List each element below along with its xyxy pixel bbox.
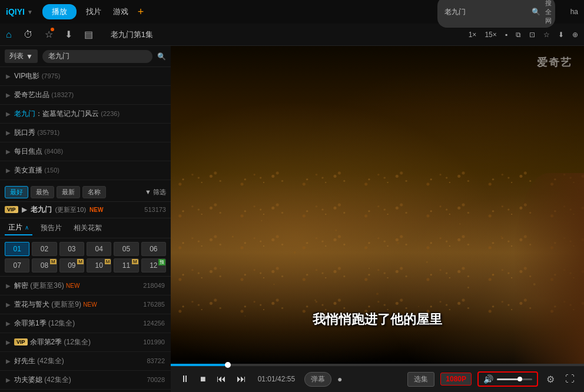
- item-name: 脱口秀 (35791): [14, 128, 165, 138]
- more-items-list: ▶ 解密 (更新至36) NEW 218049 ▶ 萱花与誓犬 (更新至9) N…: [0, 277, 171, 393]
- main-layout: 列表 ▼ 🔍 ▶ VIP电影 (7975) ▶ 爱奇艺出品 (18327) ▶ …: [0, 46, 584, 392]
- list-item-yuzui1[interactable]: ▶ 余罪第1季 (12集全) 124256: [0, 314, 171, 333]
- episode-7[interactable]: 07: [5, 258, 29, 273]
- sort-asc-icon[interactable]: ∧: [25, 224, 29, 231]
- svg-point-13: [467, 287, 469, 288]
- filter-best-button[interactable]: 最好: [5, 186, 28, 198]
- episode-9[interactable]: 09M: [59, 258, 84, 273]
- episode-12[interactable]: 12预: [141, 258, 166, 273]
- svg-point-9: [274, 284, 275, 285]
- progress-bar[interactable]: [171, 364, 584, 366]
- list-button[interactable]: 列表 ▼: [5, 49, 38, 63]
- m-badge: M: [77, 259, 84, 264]
- tab-related[interactable]: 相关花絮: [70, 221, 105, 235]
- nav-game-button[interactable]: 游戏: [113, 6, 128, 17]
- history-icon[interactable]: ⏱: [24, 29, 33, 40]
- episode-1[interactable]: 01: [5, 242, 29, 256]
- screen-mode-icon[interactable]: ▪: [505, 31, 507, 39]
- quality-button[interactable]: 1080P: [440, 373, 472, 386]
- episode-3[interactable]: 03: [59, 242, 84, 256]
- episode-10[interactable]: 10M: [87, 258, 111, 273]
- list-item-yuzui2[interactable]: ▶ VIP 余罪第2季 (12集全) 101990: [0, 333, 171, 352]
- filter-new-button[interactable]: 最新: [57, 186, 80, 198]
- svg-point-18: [220, 268, 221, 269]
- episode-4[interactable]: 04: [87, 242, 111, 256]
- episode-2[interactable]: 02: [32, 242, 57, 256]
- favorites-icon[interactable]: ☆: [45, 29, 53, 40]
- episode-select-button[interactable]: 选集: [407, 372, 434, 387]
- item-name: 功夫婆媳 (42集全): [14, 375, 147, 385]
- user-area[interactable]: ha: [570, 8, 578, 16]
- sidebar-item-iqiyi-originals[interactable]: ▶ 爱奇艺出品 (18327): [0, 86, 171, 105]
- item-name: VIP电影 (7975): [14, 71, 165, 81]
- svg-point-10: [314, 300, 316, 301]
- home-icon[interactable]: ⌂: [6, 29, 12, 40]
- list-item-good-doctor[interactable]: ▶ 好先生 (42集全) 83722: [0, 352, 171, 371]
- watermark: 爱奇艺: [537, 55, 572, 69]
- svg-point-19: [533, 283, 536, 285]
- crop-icon[interactable]: ⊡: [529, 31, 535, 39]
- list-item-xuanhua[interactable]: ▶ 萱花与誓犬 (更新至9) NEW 176285: [0, 295, 171, 314]
- video-frame[interactable]: 爱奇艺 我悄悄跑进了他的屋里: [171, 46, 584, 364]
- volume-fill: [497, 378, 520, 380]
- playlist-header: VIP ▶ 老九门 (更新至10) NEW 513173: [0, 202, 171, 218]
- sidebar-header: 列表 ▼ 🔍: [0, 46, 171, 67]
- stop-button[interactable]: ■: [198, 371, 208, 387]
- prev-button[interactable]: ⏮: [214, 371, 228, 387]
- filter-name-button[interactable]: 名称: [82, 186, 106, 198]
- sidebar-item-live[interactable]: ▶ 美女直播 (150): [0, 161, 171, 180]
- volume-slider[interactable]: [497, 378, 532, 380]
- view-count: 70028: [147, 376, 165, 383]
- svg-point-12: [418, 306, 419, 307]
- play-pause-button[interactable]: ⏸: [178, 371, 192, 387]
- fullscreen-icon[interactable]: ⛶: [563, 371, 577, 387]
- search-icon[interactable]: 🔍: [532, 8, 540, 16]
- tab-main-episodes[interactable]: 正片 ∧: [5, 221, 32, 235]
- search-input[interactable]: [444, 8, 527, 16]
- settings-icon[interactable]: ⚙: [544, 371, 557, 387]
- nav-links: 找片 游戏: [86, 6, 128, 17]
- barrage-dot-icon: ●: [337, 374, 342, 384]
- share-icon[interactable]: ⊕: [572, 31, 578, 39]
- volume-handle[interactable]: [517, 377, 522, 381]
- episode-6[interactable]: 06: [141, 242, 166, 256]
- speed-1x[interactable]: 1×: [469, 31, 477, 39]
- list-item-kungfu[interactable]: ▶ 功夫婆媳 (42集全) 70028: [0, 371, 171, 390]
- download-icon[interactable]: ⬇: [65, 29, 72, 40]
- list-item-jiemi[interactable]: ▶ 解密 (更新至36) NEW 218049: [0, 277, 171, 295]
- episode-11[interactable]: 11M: [114, 258, 138, 273]
- volume-icon[interactable]: 🔊: [483, 374, 493, 384]
- sidebar-search-icon[interactable]: 🔍: [157, 52, 166, 61]
- speed-15x[interactable]: 15×: [485, 31, 496, 39]
- filter-dropdown-icon[interactable]: ▼ 筛选: [145, 188, 166, 197]
- view-count: 513173: [144, 206, 166, 213]
- play-nav-button[interactable]: 播放: [42, 4, 77, 19]
- svg-point-5: [397, 242, 399, 244]
- logo[interactable]: iQIYI ▼: [6, 7, 33, 16]
- sidebar-item-laojiumen[interactable]: ▶ 老九门：盗墓笔记九门风云 (2236): [0, 105, 171, 124]
- pip-icon[interactable]: ⧉: [516, 31, 521, 39]
- search-btn-label[interactable]: 搜全网: [545, 0, 552, 25]
- view-count: 101990: [143, 338, 165, 346]
- filter-hot-button[interactable]: 最热: [31, 186, 54, 198]
- arrow-icon: ▶: [6, 301, 11, 308]
- arrow-icon: ▶: [6, 339, 11, 346]
- sidebar-item-vip-movies[interactable]: ▶ VIP电影 (7975): [0, 67, 171, 86]
- view-count: 124256: [143, 320, 165, 327]
- download2-icon[interactable]: ⬇: [558, 31, 564, 39]
- star-icon[interactable]: ☆: [543, 31, 550, 39]
- sidebar-search-input[interactable]: [42, 50, 152, 63]
- sidebar-item-talkshow[interactable]: ▶ 脱口秀 (35791): [0, 124, 171, 142]
- nav-find-button[interactable]: 找片: [86, 6, 101, 17]
- episode-grid: 01 02 03 04 05 06 07 08M 09M 10M 11M 12预: [0, 238, 171, 277]
- next-button[interactable]: ⏭: [234, 371, 248, 387]
- arrow-icon: ▶: [6, 320, 11, 327]
- sidebar-item-daily-focus[interactable]: ▶ 每日焦点 (8408): [0, 142, 171, 161]
- tab-trailers[interactable]: 预告片: [37, 221, 65, 235]
- episode-8[interactable]: 08M: [32, 258, 57, 273]
- episode-5[interactable]: 05: [114, 242, 138, 256]
- layout-icon[interactable]: ▤: [84, 29, 93, 40]
- item-name: 余罪第2季 (12集全): [30, 337, 144, 347]
- nav-plus-icon[interactable]: +: [138, 6, 144, 18]
- barrage-button[interactable]: 弹幕: [304, 372, 331, 387]
